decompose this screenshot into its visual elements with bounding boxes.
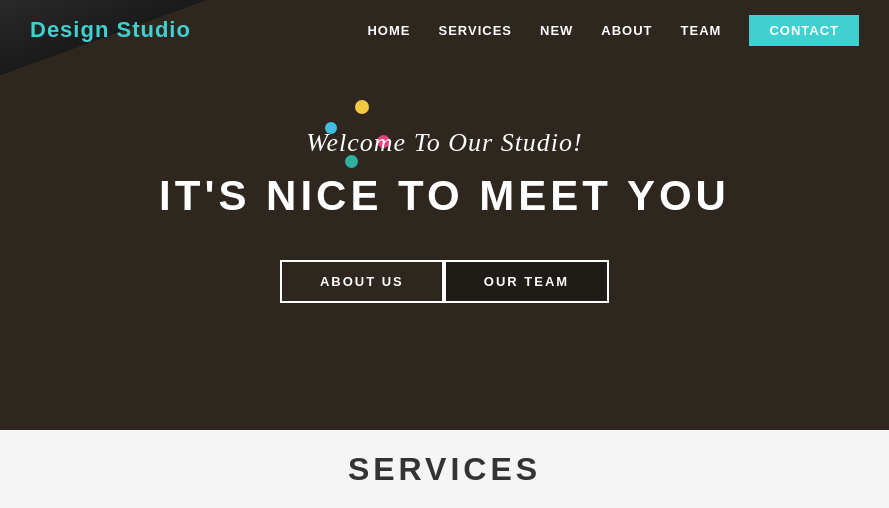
services-title: SERVICES <box>348 451 541 488</box>
dot-yellow <box>355 100 369 114</box>
hero-section: Welcome To Our Studio! IT'S NICE TO MEET… <box>0 0 889 430</box>
nav-services[interactable]: SERVICES <box>438 23 512 38</box>
hero-subtitle: Welcome To Our Studio! <box>159 128 730 158</box>
logo: Design Studio <box>30 17 191 43</box>
hero-title: IT'S NICE TO MEET YOU <box>159 172 730 220</box>
navigation: HOME SERVICES NEW ABOUT TEAM CONTACT <box>367 15 859 46</box>
about-us-button[interactable]: ABOUT US <box>280 260 444 303</box>
header: Design Studio HOME SERVICES NEW ABOUT TE… <box>0 0 889 60</box>
nav-team[interactable]: TEAM <box>681 23 722 38</box>
services-section: SERVICES <box>0 430 889 508</box>
hero-content: Welcome To Our Studio! IT'S NICE TO MEET… <box>159 128 730 303</box>
our-team-button[interactable]: OUR TEAM <box>444 260 609 303</box>
hero-buttons: ABOUT US OUR TEAM <box>159 260 730 303</box>
nav-new[interactable]: NEW <box>540 23 573 38</box>
contact-button[interactable]: CONTACT <box>749 15 859 46</box>
nav-about[interactable]: ABOUT <box>601 23 652 38</box>
nav-home[interactable]: HOME <box>367 23 410 38</box>
